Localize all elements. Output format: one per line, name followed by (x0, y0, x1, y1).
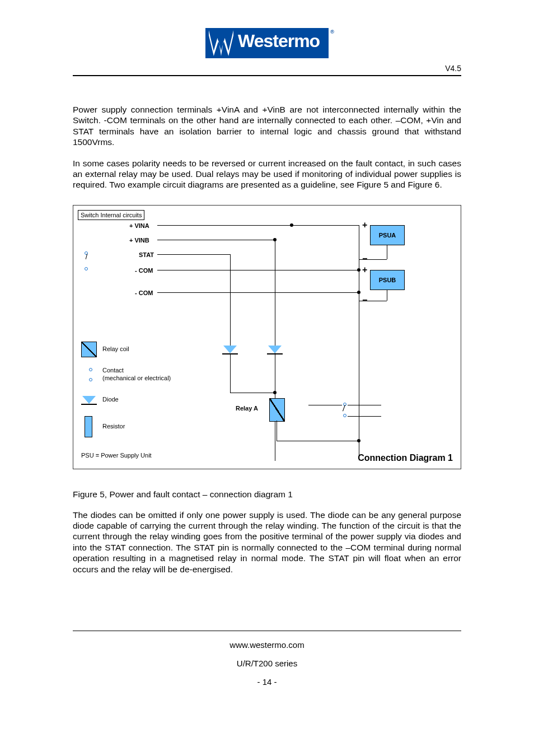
psu-b: PSUB (370, 270, 405, 290)
footer-url: www.westermo.com (73, 636, 461, 654)
legend-contact-icon-a (89, 368, 92, 371)
brand-name: Westermo (238, 31, 320, 52)
legend-resistor: Resistor (102, 423, 125, 430)
psu-a-plus-icon: + (362, 220, 367, 230)
paragraph-2: In some cases polarity needs to be rever… (73, 158, 461, 190)
legend-relay-coil-icon (81, 342, 97, 357)
psu-b-minus-icon: − (362, 295, 367, 305)
legend-resistor-icon (85, 416, 92, 437)
relay-a-label: Relay A (236, 405, 258, 412)
terminal-com2: - COM (135, 290, 153, 296)
legend-diode-icon (82, 396, 96, 404)
terminal-vina: + VINA (129, 222, 149, 229)
diagram-title: Connection Diagram 1 (358, 453, 453, 463)
footer-page: - 14 - (73, 673, 461, 691)
footer-series: U/R/T200 series (73, 654, 461, 673)
relay-coil-icon (269, 398, 285, 422)
figure-caption: Figure 5, Power and fault contact – conn… (73, 489, 461, 500)
psu-b-plus-icon: + (362, 265, 367, 275)
psu-a: PSUA (370, 225, 405, 245)
terminal-vinb: + VINB (129, 237, 149, 244)
legend-psu-note: PSU = Power Supply Unit (81, 452, 152, 459)
diode-icon (268, 346, 282, 353)
footer-rule (73, 631, 461, 631)
legend-contact-icon-b (89, 378, 92, 381)
terminal-stat: STAT (139, 251, 154, 258)
legend-contact: Contact (102, 367, 124, 374)
stat-contact-b (85, 267, 88, 270)
switch-internal-circuits-label: Switch Internal circuits (78, 210, 144, 220)
connection-diagram-1: Switch Internal circuits + VINA + VINB S… (73, 205, 461, 469)
terminal-com1: - COM (135, 267, 153, 274)
header-rule (73, 75, 461, 76)
legend-relay-coil: Relay coil (102, 346, 129, 352)
legend-diode: Diode (102, 396, 119, 403)
version-label: V4.5 (73, 64, 461, 73)
psu-a-minus-icon: − (362, 254, 367, 264)
paragraph-3: The diodes can be omitted if only one po… (73, 510, 461, 575)
header-logo: Westermo ® (73, 28, 461, 60)
relay-contact-b (343, 414, 346, 417)
paragraph-1: Power supply connection terminals +VinA … (73, 104, 461, 148)
diode-icon (223, 346, 237, 353)
legend-contact-sub: (mechanical or electrical) (102, 375, 171, 381)
